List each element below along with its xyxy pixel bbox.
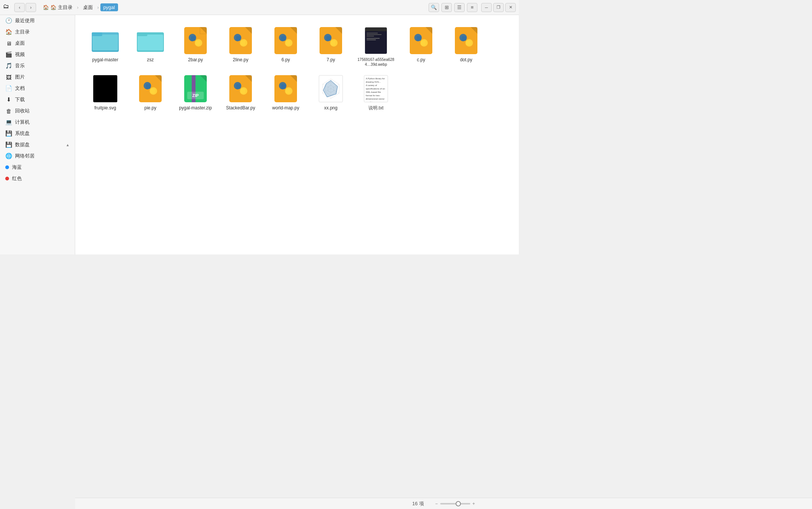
sidebar-item-pictures[interactable]: 🖼 图片 [0, 71, 75, 83]
svg-rect-2 [92, 35, 118, 50]
file-item-xx-png[interactable]: xx.png [308, 71, 353, 115]
svg-rect-51 [462, 36, 466, 41]
pygal-crumb-label: pygal [103, 5, 115, 10]
file-item-stackedbar-py[interactable]: StackedBar.py [218, 71, 263, 115]
sidebar-label-documents: 文档 [15, 85, 25, 92]
sidebar-label-system-disk: 系统盘 [15, 130, 30, 137]
file-grid: pygal-master zsz [83, 23, 511, 115]
nav-forward-button[interactable]: › [26, 3, 36, 12]
titlebar-actions: 🔍 ⊞ ☰ ≡ [429, 3, 477, 12]
breadcrumb-home[interactable]: 🏠 🏠 主目录 [40, 3, 76, 12]
file-item-fruitpie-svg[interactable]: fruitpie.svg [83, 71, 128, 115]
sidebar-item-documents[interactable]: 📄 文档 [0, 83, 75, 94]
zip-icon: ZIP [182, 75, 209, 102]
svg-text:ZIP: ZIP [192, 93, 198, 98]
file-name-zip: pygal-master.zip [179, 105, 212, 111]
svg-rect-39 [367, 38, 380, 39]
computer-icon: 💻 [5, 119, 12, 126]
sidebar-label-network: 网络邻居 [15, 153, 35, 159]
svg-rect-46 [421, 41, 426, 45]
py-7-icon [317, 27, 344, 54]
svg-rect-31 [326, 36, 331, 41]
file-item-zsz[interactable]: zsz [128, 23, 173, 71]
view-grid-button[interactable]: ⊞ [441, 3, 452, 12]
sidebar-item-desktop[interactable]: 🖥 桌面 [0, 38, 75, 49]
sidebar-label-home: 主目录 [15, 29, 30, 35]
svg-rect-25 [281, 36, 286, 41]
documents-icon: 📄 [5, 85, 12, 92]
file-item-worldmap-py[interactable]: world-map.py [263, 71, 308, 115]
file-name-worldmap-py: world-map.py [272, 105, 299, 111]
window-controls: ─ ❐ ✕ [481, 3, 516, 12]
file-name-xx-png: xx.png [324, 105, 337, 111]
sidebar-item-video[interactable]: 🎬 视频 [0, 49, 75, 60]
file-name-txt: 说明.txt [368, 105, 383, 111]
system-disk-icon: 💾 [5, 130, 12, 137]
blue-dot [5, 165, 9, 169]
sidebar-label-desktop: 桌面 [15, 40, 25, 47]
svg-rect-6 [137, 32, 147, 36]
file-item-webp[interactable]: 17569167-a555ea6284…39d.webp [353, 23, 398, 71]
search-button[interactable]: 🔍 [429, 3, 439, 12]
close-button[interactable]: ✕ [505, 3, 516, 12]
svg-rect-19 [236, 36, 241, 41]
sidebar-item-home[interactable]: 🏠 主目录 [0, 26, 75, 38]
sidebar-item-network[interactable]: 🌐 网络邻居 [0, 150, 75, 162]
file-name-stackedbar-py: StackedBar.py [226, 105, 255, 111]
file-item-2bar-py[interactable]: 2bar.py [173, 23, 218, 71]
svg-rect-5 [138, 35, 163, 50]
red-dot [5, 177, 9, 180]
file-item-txt[interactable]: A Python library for drawing SVG... A va… [353, 71, 398, 115]
music-icon: 🎵 [5, 62, 12, 69]
sidebar-label-blue: 海蓝 [12, 164, 22, 171]
sidebar-item-system-disk[interactable]: 💾 系统盘 [0, 128, 75, 139]
file-item-zip[interactable]: ZIP pygal-master.zip [173, 71, 218, 115]
sidebar-item-tag-red[interactable]: 红色 [0, 173, 75, 184]
nav-back-button[interactable]: ‹ [14, 3, 25, 12]
folder-zsz-icon [137, 27, 164, 54]
sidebar-label-computer: 计算机 [15, 119, 30, 126]
sidebar-item-computer[interactable]: 💻 计算机 [0, 117, 75, 128]
file-item-c-py[interactable]: c.py [398, 23, 444, 71]
sidebar-item-music[interactable]: 🎵 音乐 [0, 60, 75, 71]
sidebar-item-tag-blue[interactable]: 海蓝 [0, 162, 75, 173]
sidebar-label-video: 视频 [15, 51, 25, 58]
file-item-6-py[interactable]: 6.py [263, 23, 308, 71]
file-name-webp: 17569167-a555ea6284…39d.webp [357, 57, 395, 67]
file-area: pygal-master zsz [75, 15, 519, 254]
menu-button[interactable]: ≡ [467, 3, 477, 12]
svg-rect-37 [367, 34, 382, 35]
view-list-button[interactable]: ☰ [454, 3, 465, 12]
svg-rect-26 [286, 41, 290, 45]
svg-rect-69 [241, 89, 245, 93]
sidebar-item-recent[interactable]: 🕐 最近使用 [0, 15, 75, 26]
breadcrumb-pygal[interactable]: pygal [100, 3, 118, 11]
breadcrumb: 🏠 🏠 主目录 › 桌面 › pygal [40, 3, 118, 12]
file-name-fruitpie-svg: fruitpie.svg [94, 105, 116, 111]
file-name-pie-py: pie.py [144, 105, 156, 111]
file-item-2line-py[interactable]: 2line.py [218, 23, 263, 71]
svg-rect-36 [367, 33, 378, 33]
sidebar-item-trash[interactable]: 🗑 回收站 [0, 105, 75, 117]
file-item-7-py[interactable]: 7.py [308, 23, 353, 71]
py-2bar-icon [182, 27, 209, 54]
minimize-button[interactable]: ─ [481, 3, 492, 12]
file-name-zsz: zsz [147, 57, 154, 63]
video-icon: 🎬 [5, 51, 12, 58]
file-name-c-py: c.py [417, 57, 425, 63]
svg-rect-58 [150, 89, 155, 93]
py-c-icon [408, 27, 435, 54]
restore-button[interactable]: ❐ [493, 3, 504, 12]
py-pie-icon [137, 75, 164, 102]
svg-rect-20 [241, 41, 245, 45]
sidebar-item-data-disk[interactable]: 💾 数据盘 ▲ [0, 139, 75, 150]
py-6-icon [272, 27, 299, 54]
file-item-dot-py[interactable]: dot.py [444, 23, 489, 71]
svg-rect-68 [236, 84, 241, 89]
data-disk-icon: 💾 [5, 141, 12, 148]
file-item-pygal-master[interactable]: pygal-master [83, 23, 128, 71]
breadcrumb-sep-1: › [77, 5, 79, 10]
sidebar-item-downloads[interactable]: ⬇ 下载 [0, 94, 75, 105]
breadcrumb-desktop[interactable]: 桌面 [80, 3, 96, 12]
file-item-pie-py[interactable]: pie.py [128, 71, 173, 115]
